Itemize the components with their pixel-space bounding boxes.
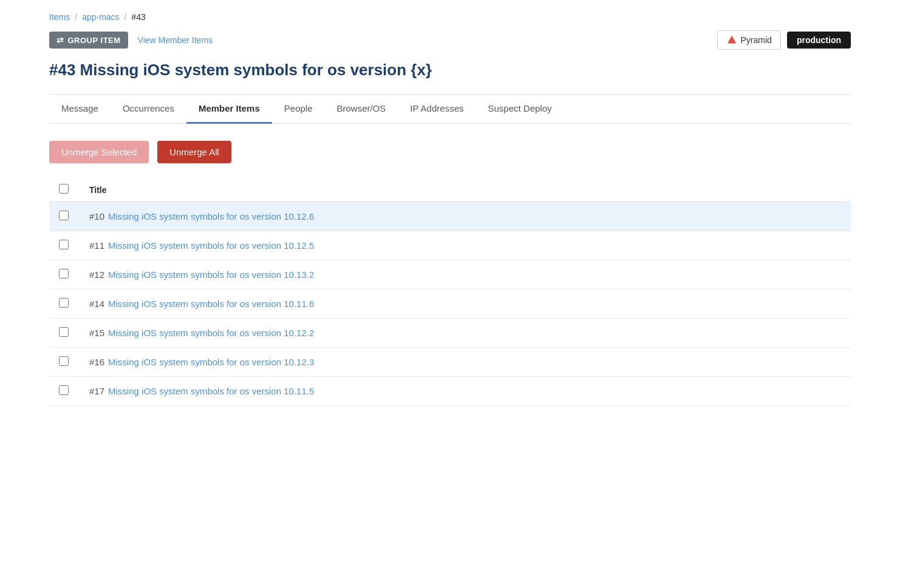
item-link-17[interactable]: Missing iOS system symbols for os versio… bbox=[108, 386, 314, 396]
production-button[interactable]: production bbox=[787, 32, 851, 49]
group-item-button[interactable]: ⇄ GROUP ITEM bbox=[49, 32, 128, 49]
row-title-col: #12Missing iOS system symbols for os ver… bbox=[80, 260, 851, 289]
pyramid-button[interactable]: Pyramid bbox=[717, 30, 781, 50]
select-all-checkbox[interactable] bbox=[59, 184, 69, 194]
view-member-items-link[interactable]: View Member Items bbox=[138, 35, 213, 45]
actions-row: Unmerge Selected Unmerge All bbox=[49, 141, 851, 163]
item-link-16[interactable]: Missing iOS system symbols for os versio… bbox=[108, 357, 314, 367]
top-bar: ⇄ GROUP ITEM View Member Items Pyramid p… bbox=[49, 30, 851, 50]
table-row: #16Missing iOS system symbols for os ver… bbox=[49, 348, 851, 377]
table-header-row: Title bbox=[49, 178, 851, 202]
item-number: #17 bbox=[89, 386, 104, 396]
item-number: #16 bbox=[89, 357, 104, 367]
pyramid-icon bbox=[726, 35, 737, 46]
tab-member-items[interactable]: Member Items bbox=[186, 95, 272, 124]
table-row: #17Missing iOS system symbols for os ver… bbox=[49, 377, 851, 406]
item-number: #15 bbox=[89, 328, 104, 338]
unmerge-all-button[interactable]: Unmerge All bbox=[157, 141, 231, 163]
item-number: #11 bbox=[89, 240, 104, 251]
row-checkbox-col bbox=[49, 348, 80, 377]
row-checkbox-14[interactable] bbox=[59, 298, 69, 308]
pyramid-label: Pyramid bbox=[741, 35, 772, 45]
table-row: #11Missing iOS system symbols for os ver… bbox=[49, 231, 851, 260]
row-title-col: #17Missing iOS system symbols for os ver… bbox=[80, 377, 851, 406]
tab-people[interactable]: People bbox=[272, 95, 325, 124]
tab-ip-addresses[interactable]: IP Addresses bbox=[398, 95, 476, 124]
item-link-11[interactable]: Missing iOS system symbols for os versio… bbox=[108, 240, 314, 251]
table-row: #10Missing iOS system symbols for os ver… bbox=[49, 202, 851, 231]
item-link-10[interactable]: Missing iOS system symbols for os versio… bbox=[108, 211, 314, 221]
row-checkbox-col bbox=[49, 377, 80, 406]
merge-icon: ⇄ bbox=[56, 35, 64, 45]
table-row: #12Missing iOS system symbols for os ver… bbox=[49, 260, 851, 289]
row-checkbox-12[interactable] bbox=[59, 269, 69, 279]
table-row: #14Missing iOS system symbols for os ver… bbox=[49, 289, 851, 319]
item-number: #14 bbox=[89, 299, 104, 309]
tab-suspect-deploy[interactable]: Suspect Deploy bbox=[476, 95, 564, 124]
tab-occurrences[interactable]: Occurrences bbox=[111, 95, 186, 124]
row-checkbox-16[interactable] bbox=[59, 356, 69, 366]
breadcrumb-sep-2: / bbox=[124, 12, 127, 22]
row-checkbox-col bbox=[49, 319, 80, 348]
group-item-label: GROUP ITEM bbox=[68, 36, 121, 45]
tabs-nav: Message Occurrences Member Items People … bbox=[49, 95, 851, 124]
title-column-header: Title bbox=[80, 178, 851, 202]
item-number: #12 bbox=[89, 269, 104, 280]
row-title-col: #10Missing iOS system symbols for os ver… bbox=[80, 202, 851, 231]
row-title-col: #11Missing iOS system symbols for os ver… bbox=[80, 231, 851, 260]
page-container: Items / app-macs / #43 ⇄ GROUP ITEM View… bbox=[25, 0, 875, 418]
item-number: #10 bbox=[89, 211, 104, 221]
row-title-col: #14Missing iOS system symbols for os ver… bbox=[80, 289, 851, 319]
breadcrumb-current: #43 bbox=[131, 12, 145, 22]
breadcrumb-sep-1: / bbox=[75, 12, 77, 22]
breadcrumb-items-link[interactable]: Items bbox=[49, 12, 70, 22]
breadcrumb-app-macs-link[interactable]: app-macs bbox=[82, 12, 119, 22]
items-table: Title #10Missing iOS system symbols for … bbox=[49, 178, 851, 406]
row-checkbox-col bbox=[49, 202, 80, 231]
row-checkbox-col bbox=[49, 260, 80, 289]
item-link-14[interactable]: Missing iOS system symbols for os versio… bbox=[108, 299, 314, 309]
unmerge-selected-button[interactable]: Unmerge Selected bbox=[49, 141, 149, 163]
row-checkbox-col bbox=[49, 231, 80, 260]
table-row: #15Missing iOS system symbols for os ver… bbox=[49, 319, 851, 348]
row-checkbox-10[interactable] bbox=[59, 211, 69, 220]
row-checkbox-15[interactable] bbox=[59, 327, 69, 337]
top-bar-left: ⇄ GROUP ITEM View Member Items bbox=[49, 32, 213, 49]
breadcrumb: Items / app-macs / #43 bbox=[49, 12, 851, 22]
tab-browser-os[interactable]: Browser/OS bbox=[325, 95, 398, 124]
row-title-col: #15Missing iOS system symbols for os ver… bbox=[80, 319, 851, 348]
row-checkbox-col bbox=[49, 289, 80, 319]
row-title-col: #16Missing iOS system symbols for os ver… bbox=[80, 348, 851, 377]
top-bar-right: Pyramid production bbox=[717, 30, 851, 50]
item-link-15[interactable]: Missing iOS system symbols for os versio… bbox=[108, 328, 314, 338]
tab-message[interactable]: Message bbox=[49, 95, 111, 124]
select-all-col bbox=[49, 178, 80, 202]
row-checkbox-17[interactable] bbox=[59, 385, 69, 395]
item-link-12[interactable]: Missing iOS system symbols for os versio… bbox=[108, 269, 314, 280]
page-title: #43 Missing iOS system symbols for os ve… bbox=[49, 61, 851, 79]
svg-marker-0 bbox=[727, 36, 735, 44]
row-checkbox-11[interactable] bbox=[59, 240, 69, 249]
